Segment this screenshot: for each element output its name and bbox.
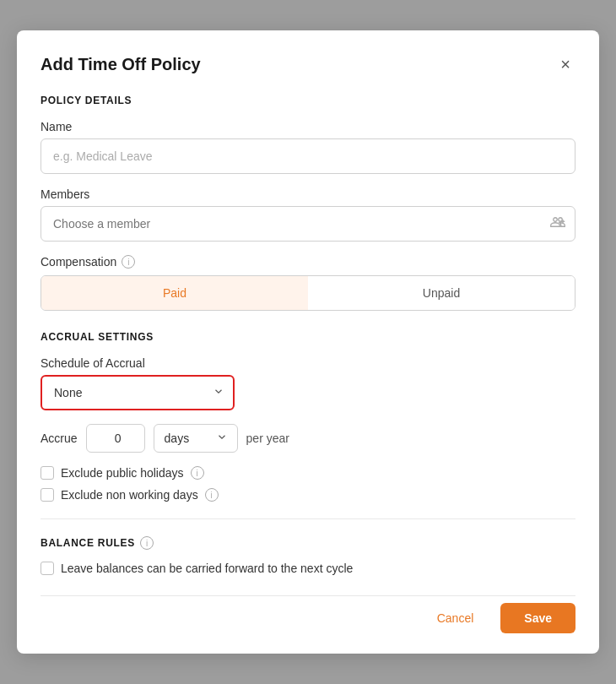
add-member-icon (550, 214, 565, 233)
modal-footer: Cancel Save (41, 595, 575, 633)
compensation-label-row: Compensation i (41, 255, 575, 269)
accrual-settings-section: ACCRUAL SETTINGS Schedule of Accrual Non… (41, 331, 575, 502)
exclude-non-working-checkbox[interactable] (41, 488, 54, 502)
policy-details-section: POLICY DETAILS Name Members Compensation… (41, 95, 575, 311)
modal-container: Add Time Off Policy × POLICY DETAILS Nam… (17, 30, 599, 654)
modal-overlay: Add Time Off Policy × POLICY DETAILS Nam… (0, 0, 616, 684)
name-input[interactable] (41, 138, 575, 174)
exclude-non-working-row: Exclude non working days i (41, 488, 575, 502)
exclude-holidays-row: Exclude public holidays i (41, 466, 575, 480)
carryforward-label[interactable]: Leave balances can be carried forward to… (61, 562, 353, 575)
members-input-wrapper (41, 206, 575, 242)
accrue-unit-dropdown[interactable]: days hours (154, 424, 238, 453)
modal-header: Add Time Off Policy × (41, 54, 575, 74)
paid-option[interactable]: Paid (41, 276, 308, 310)
carryforward-row: Leave balances can be carried forward to… (41, 562, 575, 575)
exclude-holidays-label[interactable]: Exclude public holidays (61, 466, 184, 480)
exclude-non-working-info-icon[interactable]: i (205, 488, 219, 502)
modal-title: Add Time Off Policy (41, 55, 201, 74)
exclude-holidays-info-icon[interactable]: i (191, 466, 204, 480)
accrue-label: Accrue (41, 432, 78, 445)
compensation-info-icon[interactable]: i (122, 255, 135, 269)
close-button[interactable]: × (555, 54, 575, 74)
name-label: Name (41, 120, 575, 133)
accrue-unit-dropdown-wrapper: days hours (154, 424, 238, 453)
compensation-label-text: Compensation (41, 255, 116, 269)
balance-rules-info-icon[interactable]: i (140, 536, 154, 550)
balance-heading-row: BALANCE RULES i (41, 536, 575, 550)
accrual-settings-heading: ACCRUAL SETTINGS (41, 331, 575, 343)
save-button[interactable]: Save (500, 603, 575, 633)
accrue-number-input[interactable] (86, 424, 145, 453)
exclude-non-working-label[interactable]: Exclude non working days (61, 488, 198, 502)
compensation-toggle: Paid Unpaid (41, 275, 575, 311)
cancel-button[interactable]: Cancel (424, 603, 488, 633)
members-input[interactable] (41, 206, 575, 242)
accrue-row: Accrue days hours per year (41, 424, 575, 453)
policy-details-heading: POLICY DETAILS (41, 95, 575, 106)
schedule-label: Schedule of Accrual (41, 356, 575, 370)
unpaid-option[interactable]: Unpaid (308, 276, 575, 310)
schedule-dropdown-wrapper: None Monthly Annually (41, 375, 235, 410)
balance-rules-section: BALANCE RULES i Leave balances can be ca… (41, 518, 575, 575)
balance-rules-heading: BALANCE RULES (41, 537, 135, 549)
members-label: Members (41, 187, 575, 201)
per-year-text: per year (246, 432, 289, 445)
exclude-holidays-checkbox[interactable] (41, 466, 54, 480)
schedule-dropdown[interactable]: None Monthly Annually (41, 375, 235, 410)
carryforward-checkbox[interactable] (41, 562, 54, 575)
